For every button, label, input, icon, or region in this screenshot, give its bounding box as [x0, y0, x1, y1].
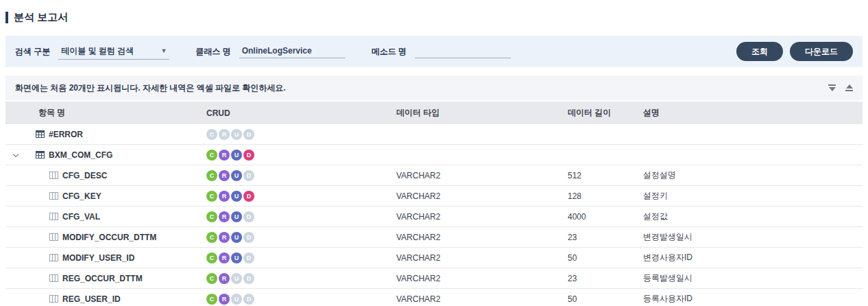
crud-badges: CRUD	[197, 294, 387, 305]
description: 등록사용자ID	[634, 293, 863, 305]
data-type: VARCHAR2	[387, 212, 559, 222]
crud-badge-u: U	[231, 191, 242, 202]
crud-badge-u: U	[231, 150, 242, 161]
crud-badge-d: D	[243, 191, 254, 202]
notice-text: 화면에는 처음 20개만 표시됩니다. 자세한 내역은 엑셀 파일로 확인하세요…	[15, 82, 286, 94]
column-icon	[49, 213, 58, 220]
chevron-down-icon[interactable]	[12, 153, 19, 157]
item-name: MODIFY_USER_ID	[62, 253, 134, 263]
search-category-select[interactable]: 테이블 및 컬럼 검색 ▼	[58, 44, 169, 60]
item-name: #ERROR	[49, 130, 83, 139]
table-row[interactable]: REG_OCCUR_DTTM CRUD VARCHAR2 23 등록발생일시	[5, 268, 863, 289]
table-row[interactable]: CFG_DESC CRUD VARCHAR2 512 설정설명	[5, 165, 863, 186]
column-icon	[49, 233, 58, 241]
crud-badge-c: C	[206, 150, 217, 161]
crud-badge-u: U	[231, 129, 242, 140]
data-type: VARCHAR2	[387, 171, 559, 180]
column-icon	[49, 274, 58, 282]
crud-badge-d: D	[243, 150, 254, 161]
data-type: VARCHAR2	[387, 253, 559, 263]
column-icon	[49, 192, 58, 200]
method-name-input[interactable]	[415, 45, 511, 58]
data-type: VARCHAR2	[387, 274, 559, 283]
table-body: #ERROR CRUD	[5, 124, 863, 306]
column-icon	[49, 254, 58, 261]
description: 설정키	[634, 190, 863, 202]
crud-badge-r: R	[219, 129, 230, 140]
data-length: 50	[559, 294, 634, 304]
search-category-label: 검색 구분	[15, 46, 50, 58]
item-name: CFG_DESC	[62, 171, 107, 180]
crud-badge-u: U	[231, 294, 242, 305]
crud-badges: CRUD	[197, 211, 387, 222]
crud-badge-c: C	[206, 129, 217, 140]
table-row[interactable]: MODIFY_USER_ID CRUD VARCHAR2 50 변경사용자ID	[5, 248, 863, 268]
search-category-field: 검색 구분 테이블 및 컬럼 검색 ▼	[15, 44, 169, 60]
item-name: MODIFY_OCCUR_DTTM	[62, 233, 156, 242]
class-name-label: 클래스 명	[195, 46, 230, 58]
column-icon	[49, 172, 58, 179]
table-row[interactable]: CFG_VAL CRUD VARCHAR2 4000 설정값	[5, 207, 863, 227]
data-type: VARCHAR2	[387, 191, 559, 201]
data-length: 128	[559, 191, 634, 201]
search-category-value: 테이블 및 컬럼 검색	[61, 45, 134, 57]
item-name: CFG_VAL	[62, 212, 100, 222]
crud-badge-c: C	[206, 211, 217, 222]
page-title-row: 분석 보고서	[5, 10, 863, 25]
crud-badge-r: R	[219, 294, 230, 305]
crud-badge-d: D	[243, 170, 254, 181]
report-table: 항목 명 CRUD 데이터 타입 데이터 길이 설명	[5, 102, 863, 306]
description: 등록발생일시	[634, 272, 863, 284]
crud-badge-c: C	[206, 294, 217, 305]
crud-badge-r: R	[219, 170, 230, 181]
crud-badge-d: D	[243, 129, 254, 140]
data-length: 23	[559, 233, 634, 242]
header-description: 설명	[634, 107, 863, 119]
table-header-row: 항목 명 CRUD 데이터 타입 데이터 길이 설명	[5, 102, 863, 124]
table-icon	[36, 151, 45, 158]
crud-badge-u: U	[231, 273, 242, 284]
data-length: 512	[559, 171, 634, 180]
table-row[interactable]: REG_USER_ID CRUD VARCHAR2 50 등록사용자ID	[5, 289, 863, 306]
description: 설정설명	[634, 169, 863, 181]
crud-badges: CRUD	[197, 252, 387, 263]
class-name-input[interactable]	[239, 45, 346, 58]
search-bar: 검색 구분 테이블 및 컬럼 검색 ▼ 클래스 명 메소드 명 조회 다운로드	[5, 36, 863, 67]
chevron-down-icon: ▼	[160, 47, 167, 54]
table-row[interactable]: #ERROR CRUD	[5, 124, 863, 145]
notice-bar: 화면에는 처음 20개만 표시됩니다. 자세한 내역은 엑셀 파일로 확인하세요…	[5, 75, 863, 100]
description: 설정값	[634, 211, 863, 222]
item-name: BXM_COM_CFG	[49, 150, 112, 160]
crud-badge-r: R	[219, 232, 230, 243]
crud-badge-d: D	[243, 294, 254, 305]
table-row[interactable]: BXM_COM_CFG CRUD	[5, 145, 863, 165]
crud-badges: CRUD	[197, 191, 387, 202]
collapse-all-icon[interactable]	[845, 84, 853, 91]
data-length: 50	[559, 253, 634, 263]
crud-badges: CRUD	[197, 129, 387, 140]
data-type: VARCHAR2	[387, 233, 559, 242]
table-row[interactable]: CFG_KEY CRUD VARCHAR2 128 설정키	[5, 186, 863, 207]
class-name-field: 클래스 명	[195, 45, 345, 58]
crud-badge-u: U	[231, 252, 242, 263]
search-button[interactable]: 조회	[736, 42, 783, 61]
download-button[interactable]: 다운로드	[790, 42, 853, 61]
table-row[interactable]: MODIFY_OCCUR_DTTM CRUD VARCHAR2 23 변경발생일…	[5, 227, 863, 248]
crud-badge-d: D	[243, 273, 254, 284]
crud-badge-c: C	[206, 191, 217, 202]
crud-badge-u: U	[231, 232, 242, 243]
crud-badge-r: R	[219, 252, 230, 263]
expand-all-icon[interactable]	[828, 84, 836, 91]
table-icon	[36, 130, 45, 138]
header-data-type: 데이터 타입	[387, 107, 559, 119]
crud-badge-c: C	[206, 170, 217, 181]
title-accent-bar	[5, 12, 8, 23]
description: 변경사용자ID	[634, 252, 863, 263]
description: 변경발생일시	[634, 231, 863, 243]
page-title: 분석 보고서	[14, 11, 68, 24]
crud-badges: CRUD	[197, 150, 387, 161]
crud-badge-r: R	[219, 150, 230, 161]
data-length: 23	[559, 274, 634, 283]
crud-badges: CRUD	[197, 273, 387, 284]
crud-badge-r: R	[219, 191, 230, 202]
